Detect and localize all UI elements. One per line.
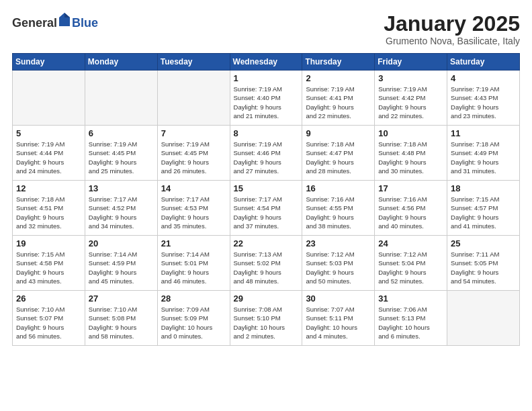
day-number: 14 [161,183,227,193]
day-detail: Sunrise: 7:16 AM Sunset: 4:55 PM Dayligh… [306,195,371,230]
day-detail: Sunrise: 7:19 AM Sunset: 4:40 PM Dayligh… [234,85,300,120]
day-number: 13 [89,183,154,193]
day-cell-7: 7Sunrise: 7:19 AM Sunset: 4:45 PM Daylig… [157,126,230,181]
day-number: 22 [234,238,300,248]
day-number: 8 [234,128,300,138]
day-cell-13: 13Sunrise: 7:17 AM Sunset: 4:52 PM Dayli… [85,181,157,236]
logo-general: General [12,16,57,30]
day-number: 26 [16,293,82,304]
day-detail: Sunrise: 7:19 AM Sunset: 4:46 PM Dayligh… [234,140,300,175]
col-header-thursday: Thursday [302,54,375,71]
col-header-friday: Friday [375,54,447,71]
day-number: 18 [451,183,517,193]
day-cell-16: 16Sunrise: 7:16 AM Sunset: 4:55 PM Dayli… [302,181,375,236]
day-cell-29: 29Sunrise: 7:08 AM Sunset: 5:10 PM Dayli… [230,291,302,346]
day-detail: Sunrise: 7:14 AM Sunset: 4:59 PM Dayligh… [89,250,154,285]
day-number: 2 [306,73,371,83]
day-detail: Sunrise: 7:10 AM Sunset: 5:07 PM Dayligh… [16,305,82,340]
day-cell-5: 5Sunrise: 7:19 AM Sunset: 4:44 PM Daylig… [13,126,85,181]
day-cell-14: 14Sunrise: 7:17 AM Sunset: 4:53 PM Dayli… [157,181,230,236]
day-cell-18: 18Sunrise: 7:15 AM Sunset: 4:57 PM Dayli… [447,181,520,236]
day-detail: Sunrise: 7:06 AM Sunset: 5:13 PM Dayligh… [378,305,444,340]
day-cell-20: 20Sunrise: 7:14 AM Sunset: 4:59 PM Dayli… [85,236,157,291]
day-cell-24: 24Sunrise: 7:12 AM Sunset: 5:04 PM Dayli… [375,236,447,291]
day-detail: Sunrise: 7:18 AM Sunset: 4:51 PM Dayligh… [16,195,82,230]
day-number: 30 [306,293,371,304]
day-cell-30: 30Sunrise: 7:07 AM Sunset: 5:11 PM Dayli… [302,291,375,346]
day-number: 9 [306,128,371,138]
day-detail: Sunrise: 7:18 AM Sunset: 4:48 PM Dayligh… [378,140,444,175]
day-number: 11 [451,128,517,138]
day-number: 24 [378,238,444,248]
day-detail: Sunrise: 7:09 AM Sunset: 5:09 PM Dayligh… [161,305,227,340]
header-row: SundayMondayTuesdayWednesdayThursdayFrid… [13,54,520,71]
day-cell-12: 12Sunrise: 7:18 AM Sunset: 4:51 PM Dayli… [13,181,85,236]
day-number: 3 [378,73,444,83]
week-row-2: 5Sunrise: 7:19 AM Sunset: 4:44 PM Daylig… [13,126,520,181]
page: GeneralBlue January 2025 Grumento Nova, … [0,0,532,411]
day-number: 27 [89,293,154,304]
logo-blue: Blue [72,16,98,30]
day-detail: Sunrise: 7:17 AM Sunset: 4:52 PM Dayligh… [89,195,154,230]
day-detail: Sunrise: 7:08 AM Sunset: 5:10 PM Dayligh… [234,305,300,340]
week-row-1: 1Sunrise: 7:19 AM Sunset: 4:40 PM Daylig… [13,71,520,126]
day-cell-11: 11Sunrise: 7:18 AM Sunset: 4:49 PM Dayli… [447,126,520,181]
day-cell-19: 19Sunrise: 7:15 AM Sunset: 4:58 PM Dayli… [13,236,85,291]
day-number: 15 [234,183,300,193]
day-number: 21 [161,238,227,248]
day-number: 1 [234,73,300,83]
header: GeneralBlue January 2025 Grumento Nova, … [12,12,520,46]
day-detail: Sunrise: 7:19 AM Sunset: 4:45 PM Dayligh… [161,140,227,175]
logo-icon [58,12,71,27]
week-row-3: 12Sunrise: 7:18 AM Sunset: 4:51 PM Dayli… [13,181,520,236]
day-detail: Sunrise: 7:12 AM Sunset: 5:03 PM Dayligh… [306,250,371,285]
day-detail: Sunrise: 7:19 AM Sunset: 4:42 PM Dayligh… [378,85,444,120]
day-number: 7 [161,128,227,138]
day-number: 6 [89,128,154,138]
day-detail: Sunrise: 7:19 AM Sunset: 4:45 PM Dayligh… [89,140,154,175]
day-detail: Sunrise: 7:15 AM Sunset: 4:58 PM Dayligh… [16,250,82,285]
empty-cell [13,71,85,126]
day-cell-17: 17Sunrise: 7:16 AM Sunset: 4:56 PM Dayli… [375,181,447,236]
svg-marker-1 [64,13,70,17]
day-number: 20 [89,238,154,248]
day-cell-4: 4Sunrise: 7:19 AM Sunset: 4:43 PM Daylig… [447,71,520,126]
day-number: 29 [234,293,300,304]
day-cell-28: 28Sunrise: 7:09 AM Sunset: 5:09 PM Dayli… [157,291,230,346]
day-number: 19 [16,238,82,248]
day-cell-2: 2Sunrise: 7:19 AM Sunset: 4:41 PM Daylig… [302,71,375,126]
day-detail: Sunrise: 7:16 AM Sunset: 4:56 PM Dayligh… [378,195,444,230]
day-detail: Sunrise: 7:19 AM Sunset: 4:41 PM Dayligh… [306,85,371,120]
day-cell-10: 10Sunrise: 7:18 AM Sunset: 4:48 PM Dayli… [375,126,447,181]
month-title: January 2025 [384,12,520,36]
day-detail: Sunrise: 7:07 AM Sunset: 5:11 PM Dayligh… [306,305,371,340]
calendar-table: SundayMondayTuesdayWednesdayThursdayFrid… [12,53,520,346]
day-number: 23 [306,238,371,248]
day-number: 5 [16,128,82,138]
day-cell-1: 1Sunrise: 7:19 AM Sunset: 4:40 PM Daylig… [230,71,302,126]
day-cell-8: 8Sunrise: 7:19 AM Sunset: 4:46 PM Daylig… [230,126,302,181]
empty-cell [157,71,230,126]
day-number: 10 [378,128,444,138]
empty-cell [85,71,157,126]
title-block: January 2025 Grumento Nova, Basilicate, … [384,12,520,46]
day-number: 12 [16,183,82,193]
subtitle: Grumento Nova, Basilicate, Italy [384,36,520,46]
day-number: 31 [378,293,444,304]
day-detail: Sunrise: 7:19 AM Sunset: 4:43 PM Dayligh… [451,85,517,120]
day-number: 16 [306,183,371,193]
day-detail: Sunrise: 7:17 AM Sunset: 4:54 PM Dayligh… [234,195,300,230]
day-cell-9: 9Sunrise: 7:18 AM Sunset: 4:47 PM Daylig… [302,126,375,181]
day-cell-3: 3Sunrise: 7:19 AM Sunset: 4:42 PM Daylig… [375,71,447,126]
day-detail: Sunrise: 7:14 AM Sunset: 5:01 PM Dayligh… [161,250,227,285]
col-header-wednesday: Wednesday [230,54,302,71]
empty-cell [447,291,520,346]
day-number: 28 [161,293,227,304]
day-detail: Sunrise: 7:11 AM Sunset: 5:05 PM Dayligh… [451,250,517,285]
day-cell-6: 6Sunrise: 7:19 AM Sunset: 4:45 PM Daylig… [85,126,157,181]
week-row-5: 26Sunrise: 7:10 AM Sunset: 5:07 PM Dayli… [13,291,520,346]
day-number: 17 [378,183,444,193]
day-detail: Sunrise: 7:18 AM Sunset: 4:49 PM Dayligh… [451,140,517,175]
day-detail: Sunrise: 7:12 AM Sunset: 5:04 PM Dayligh… [378,250,444,285]
day-detail: Sunrise: 7:15 AM Sunset: 4:57 PM Dayligh… [451,195,517,230]
